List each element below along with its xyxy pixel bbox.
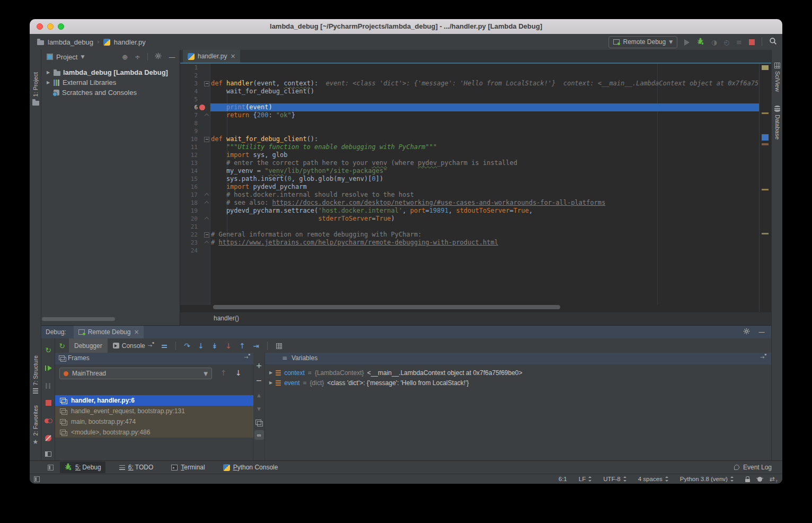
run-configuration-select[interactable]: Remote Debug ▼: [608, 36, 677, 48]
code-line[interactable]: # host.docker.internal should resolve to…: [211, 191, 759, 199]
toolwindow-tab-6-todo[interactable]: 6: TODO: [115, 463, 158, 472]
pin-icon[interactable]: →: [760, 354, 764, 360]
code-line[interactable]: wait_for_debug_client(): [211, 88, 759, 95]
stop-button[interactable]: [41, 398, 55, 407]
code-area[interactable]: def handler(event, context): event: <cla…: [211, 64, 759, 305]
gutter-line[interactable]: 5: [180, 95, 210, 103]
rerun-session-button[interactable]: ↻: [55, 342, 69, 350]
code-line[interactable]: [211, 247, 759, 255]
hide-panel-icon[interactable]: —: [169, 53, 175, 61]
stack-frame-row[interactable]: main, bootstrap.py:474: [55, 416, 253, 427]
breakpoint-icon[interactable]: [199, 104, 205, 110]
duplicate-watch-button[interactable]: [253, 417, 264, 427]
rerun-button[interactable]: ↻: [41, 345, 55, 354]
lock-icon[interactable]: [745, 479, 750, 482]
gutter-line[interactable]: 14: [180, 167, 210, 175]
run-button[interactable]: [684, 37, 690, 47]
debugger-tab-debugger[interactable]: Debugger: [69, 338, 108, 353]
caret-position[interactable]: 6:1: [559, 476, 567, 482]
code-line[interactable]: [211, 127, 759, 135]
force-step-into-button[interactable]: ↓: [222, 341, 235, 350]
run-to-cursor-button[interactable]: ⇥: [249, 341, 263, 350]
show-execution-point-button[interactable]: [157, 342, 171, 350]
editor-h-scrollbar[interactable]: [213, 305, 560, 309]
gutter-line[interactable]: 6: [180, 103, 210, 111]
gutter-line[interactable]: 7: [180, 111, 210, 119]
line-separator-select[interactable]: LF: [579, 476, 592, 482]
close-session-icon[interactable]: ×: [134, 328, 139, 336]
code-line[interactable]: pydevd_pycharm.settrace('host.docker.int…: [211, 207, 759, 215]
gutter-line[interactable]: 16: [180, 183, 210, 191]
add-watch-button[interactable]: +: [253, 360, 264, 370]
code-line[interactable]: # https://www.jetbrains.com/help/pycharm…: [211, 239, 759, 247]
gutter-line[interactable]: 3: [180, 80, 210, 88]
fold-icon[interactable]: [205, 241, 209, 245]
tool-sciview[interactable]: SciView: [772, 63, 782, 92]
tree-item[interactable]: ▶External Libraries: [41, 77, 180, 88]
menu-icon[interactable]: ≡: [282, 354, 287, 362]
previous-frame-button[interactable]: ↑: [220, 369, 227, 377]
thread-select[interactable]: MainThread ▼: [59, 368, 212, 379]
fold-icon[interactable]: [204, 232, 209, 238]
variable-row[interactable]: ▶event = {dict}<class 'dict'>: {'message…: [265, 378, 771, 388]
chevron-down-icon[interactable]: ▼: [81, 54, 84, 59]
mute-breakpoints-button[interactable]: [41, 433, 55, 442]
step-over-button[interactable]: ↷: [180, 341, 194, 350]
remove-watch-button[interactable]: −: [253, 375, 264, 385]
gutter-line[interactable]: 10: [180, 135, 210, 143]
gutter-line[interactable]: 9: [180, 127, 210, 135]
fold-icon[interactable]: [205, 201, 209, 205]
gutter-line[interactable]: 4: [180, 88, 210, 95]
breadcrumb-project[interactable]: lambda_debug: [48, 38, 93, 46]
gear-icon[interactable]: [743, 328, 750, 336]
toolwindow-tab-terminal[interactable]: Terminal: [167, 463, 209, 472]
move-up-button[interactable]: ▲: [253, 390, 264, 399]
gutter-line[interactable]: 22: [180, 231, 210, 239]
step-out-button[interactable]: ↑: [235, 341, 249, 350]
gutter-line[interactable]: 12: [180, 151, 210, 159]
editor-breadcrumb[interactable]: handler(): [214, 315, 239, 322]
fold-icon[interactable]: [205, 217, 209, 221]
gutter-line[interactable]: 2: [180, 72, 210, 80]
profiler-button[interactable]: ◴: [724, 37, 729, 47]
gutter-line[interactable]: 13: [180, 159, 210, 167]
move-down-button[interactable]: ▼: [253, 404, 264, 413]
gutter-line[interactable]: 1: [180, 64, 210, 72]
stop-button[interactable]: [749, 37, 755, 47]
code-line[interactable]: def wait_for_debug_client():: [211, 135, 759, 143]
code-line[interactable]: [211, 64, 759, 72]
stack-frame-row[interactable]: handle_event_request, bootstrap.py:131: [55, 406, 253, 416]
tool-window-switcher-icon[interactable]: [34, 476, 40, 482]
fold-icon[interactable]: [205, 114, 209, 118]
highlighting-level-icon[interactable]: [757, 477, 762, 482]
code-line[interactable]: # see also: https://docs.docker.com/desk…: [211, 199, 759, 207]
tool-project[interactable]: 1: Project: [30, 72, 41, 106]
gutter-line[interactable]: 15: [180, 175, 210, 183]
expand-arrow-icon[interactable]: ▶: [46, 70, 51, 75]
gutter-line[interactable]: 17: [180, 191, 210, 199]
toolwindow-tab-python-console[interactable]: Python Console: [219, 463, 283, 472]
toolwindow-tab-5-debug[interactable]: 5: Debug: [60, 461, 105, 473]
gutter-line[interactable]: 21: [180, 223, 210, 231]
evaluate-expression-button[interactable]: [272, 342, 286, 350]
tool-structure[interactable]: 7: Structure: [30, 355, 41, 394]
locate-file-icon[interactable]: ⊕: [122, 53, 128, 61]
project-panel-title[interactable]: Project: [56, 53, 77, 61]
code-line[interactable]: # General information on remote debuggin…: [211, 231, 759, 239]
project-h-scrollbar[interactable]: [42, 317, 115, 321]
error-stripe[interactable]: [759, 64, 771, 312]
code-line[interactable]: import sys, glob: [211, 151, 759, 159]
collapse-all-icon[interactable]: ÷: [135, 53, 140, 61]
code-line[interactable]: stderrToServer=True): [211, 215, 759, 223]
tree-item[interactable]: Scratches and Consoles: [41, 88, 180, 98]
pause-button[interactable]: [41, 381, 55, 390]
code-line[interactable]: # enter the correct path here to your ve…: [211, 159, 759, 167]
encoding-select[interactable]: UTF-8: [603, 476, 626, 482]
search-everywhere-button[interactable]: [769, 37, 777, 47]
code-line[interactable]: [211, 72, 759, 80]
expand-arrow-icon[interactable]: ▶: [269, 370, 272, 375]
gutter-line[interactable]: 19: [180, 207, 210, 215]
code-line[interactable]: def handler(event, context): event: <cla…: [211, 80, 759, 88]
code-line[interactable]: import pydevd_pycharm: [211, 183, 759, 191]
concurrency-button[interactable]: ≡: [736, 37, 742, 47]
